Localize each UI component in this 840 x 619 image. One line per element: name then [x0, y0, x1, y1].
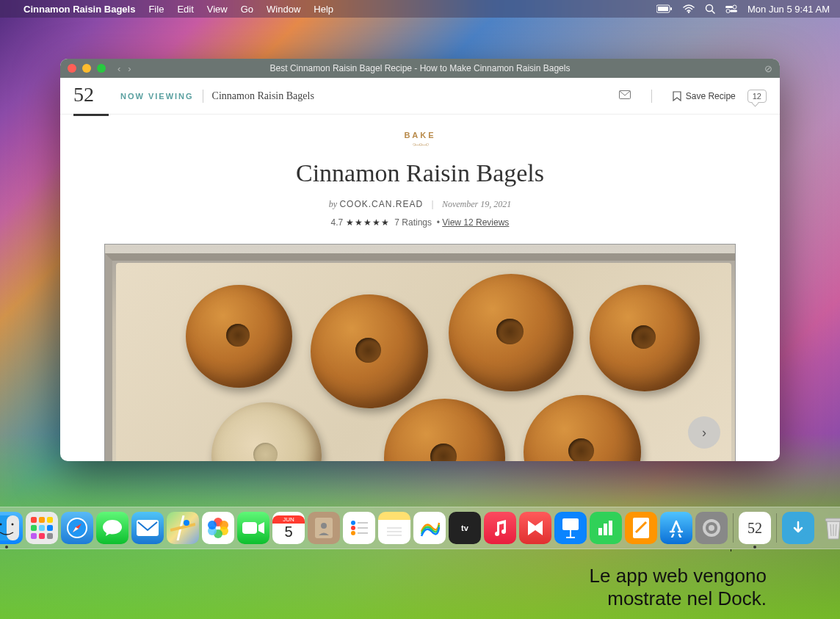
caption-line2: mostrate nel Dock.	[590, 587, 767, 610]
menu-edit[interactable]: Edit	[177, 4, 193, 15]
svg-point-22	[351, 521, 355, 525]
caption-line1: Le app web vengono	[590, 565, 767, 587]
rating-value: 4.7	[331, 217, 344, 228]
ornament: ○—○—○	[60, 141, 780, 148]
dock-webapp-52-icon[interactable]: 52	[739, 512, 771, 544]
window-fullscreen-button[interactable]	[97, 64, 106, 73]
dock-safari-icon[interactable]	[61, 512, 93, 544]
menu-go[interactable]: Go	[241, 4, 253, 15]
blocked-icon: ⊘	[764, 63, 772, 74]
dock-mail-icon[interactable]	[131, 512, 164, 544]
window-close-button[interactable]	[68, 64, 76, 73]
svg-rect-6	[725, 6, 733, 8]
ratings-count: 7 Ratings	[394, 217, 432, 228]
battery-icon[interactable]	[656, 4, 673, 13]
menubar: Cinnamon Raisin Bagels File Edit View Go…	[0, 0, 840, 18]
dock-messages-icon[interactable]	[96, 512, 128, 544]
dock-appstore-icon[interactable]	[660, 512, 692, 544]
dock-numbers-icon[interactable]	[590, 512, 622, 544]
menubar-app-name[interactable]: Cinnamon Raisin Bagels	[23, 4, 135, 15]
recipe-category[interactable]: BAKE	[60, 131, 780, 140]
svg-rect-19	[242, 522, 257, 534]
menu-window[interactable]: Window	[267, 4, 300, 15]
nav-back-icon[interactable]: ‹	[117, 63, 120, 74]
save-recipe-button[interactable]: Save Recipe	[673, 91, 736, 101]
dock-notes-icon[interactable]	[378, 512, 410, 544]
window-minimize-button[interactable]	[82, 64, 91, 73]
dock-tv-icon[interactable]: tv	[449, 512, 481, 544]
dock-facetime-icon[interactable]	[237, 512, 269, 544]
wifi-icon[interactable]	[683, 4, 695, 13]
dock-settings-icon[interactable]	[695, 512, 728, 544]
dock-news-icon[interactable]	[519, 512, 551, 544]
dock-pages-icon[interactable]	[625, 512, 657, 544]
comment-count-badge[interactable]: 12	[747, 90, 767, 103]
svg-rect-1	[658, 7, 668, 11]
divider	[651, 90, 652, 103]
svg-line-5	[712, 11, 714, 14]
svg-rect-9	[730, 10, 737, 12]
caption-text: Le app web vengono mostrate nel Dock.	[590, 565, 767, 610]
calendar-day-label: 5	[284, 524, 292, 540]
now-viewing-label: NOW VIEWING	[120, 92, 194, 101]
bookmark-icon	[673, 91, 681, 101]
window-title: Best Cinnamon Raisin Bagel Recipe - How …	[270, 63, 571, 73]
calendar-month-label: JUN	[272, 515, 305, 524]
star-rating-icon: ★★★★★	[346, 217, 390, 228]
dock-trash-icon[interactable]	[817, 512, 840, 544]
svg-point-14	[12, 524, 14, 526]
svg-point-3	[688, 11, 689, 12]
dock-photos-icon[interactable]	[202, 512, 234, 544]
dock-separator	[776, 513, 777, 543]
webapp-label: 52	[747, 520, 762, 537]
divider	[203, 90, 203, 103]
publish-date: November 19, 2021	[442, 199, 511, 209]
dock-freeform-icon[interactable]	[413, 512, 446, 544]
dock-contacts-icon[interactable]	[308, 512, 340, 544]
byline: by COOK.CAN.READ | November 19, 2021	[60, 199, 780, 210]
menu-view[interactable]: View	[207, 4, 228, 15]
view-reviews-link[interactable]: View 12 Reviews	[442, 217, 509, 228]
dock-downloads-icon[interactable]	[782, 512, 814, 544]
dock-reminders-icon[interactable]	[343, 512, 375, 544]
dock-finder-icon[interactable]	[0, 512, 23, 544]
appletv-glyph: tv	[461, 524, 468, 532]
window-titlebar[interactable]: ‹ › Best Cinnamon Raisin Bagel Recipe - …	[60, 59, 780, 78]
dock-keynote-icon[interactable]	[554, 512, 587, 544]
menu-file[interactable]: File	[148, 4, 164, 15]
svg-point-8	[726, 10, 730, 13]
svg-rect-42	[825, 518, 840, 521]
author-link[interactable]: COOK.CAN.READ	[339, 199, 423, 209]
separator: |	[431, 199, 433, 209]
svg-point-21	[321, 523, 327, 529]
dock-music-icon[interactable]	[484, 512, 516, 544]
control-center-icon[interactable]	[725, 4, 737, 13]
svg-rect-2	[670, 7, 672, 10]
dock-launchpad-icon[interactable]	[26, 512, 58, 544]
svg-point-40	[709, 525, 714, 531]
save-recipe-label: Save Recipe	[686, 91, 736, 101]
app-window: ‹ › Best Cinnamon Raisin Bagel Recipe - …	[60, 59, 780, 461]
ratings-row: 4.7 ★★★★★ 7 Ratings • View 12 Reviews	[60, 217, 780, 228]
svg-rect-35	[604, 524, 607, 535]
menubar-clock[interactable]: Mon Jun 5 9:41 AM	[747, 4, 830, 15]
dock: JUN 5 tv	[0, 507, 840, 549]
svg-point-18	[184, 520, 189, 526]
recipe-title: Cinnamon Raisin Bagels	[60, 159, 780, 187]
svg-rect-17	[137, 520, 159, 536]
menu-help[interactable]: Help	[314, 4, 333, 15]
dock-separator	[733, 513, 734, 543]
nav-forward-icon[interactable]: ›	[128, 63, 131, 74]
dock-calendar-icon[interactable]: JUN 5	[272, 512, 305, 544]
page-header: 52 NOW VIEWING Cinnamon Raisin Bagels Sa…	[60, 78, 780, 115]
mail-icon[interactable]	[619, 90, 631, 101]
svg-point-24	[351, 526, 355, 530]
svg-rect-31	[562, 518, 579, 530]
dock-maps-icon[interactable]	[167, 512, 199, 544]
brand-logo[interactable]: 52	[73, 83, 109, 116]
spotlight-icon[interactable]	[705, 4, 715, 14]
svg-rect-34	[598, 528, 602, 535]
recipe-content: BAKE ○—○—○ Cinnamon Raisin Bagels by COO…	[60, 115, 780, 461]
hero-image: ›	[104, 244, 736, 461]
next-image-button[interactable]: ›	[688, 416, 720, 449]
